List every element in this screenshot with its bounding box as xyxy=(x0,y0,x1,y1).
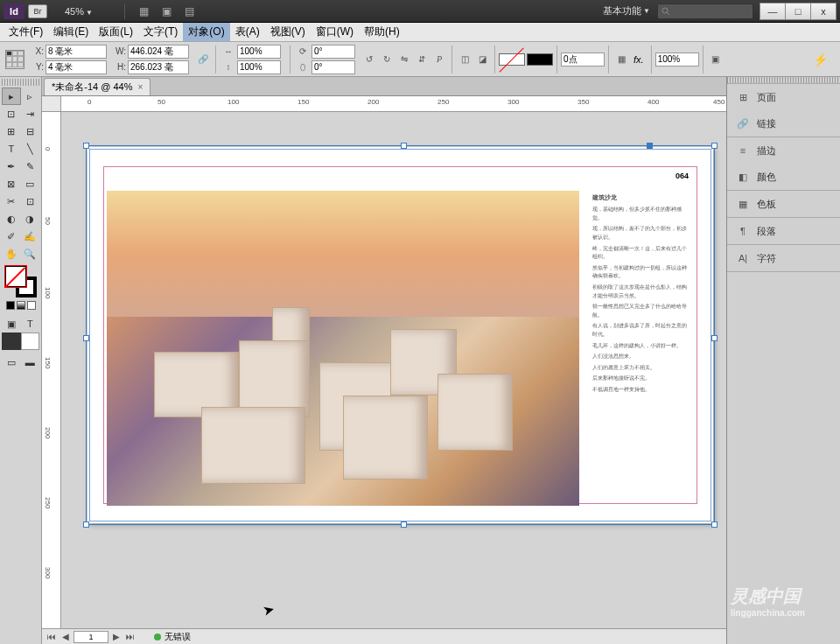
eyedropper-tool[interactable]: ✍ xyxy=(21,228,40,245)
hand-tool[interactable]: ✋ xyxy=(2,245,21,262)
rotate-input[interactable]: 0° xyxy=(312,45,355,59)
h-input[interactable]: 266.023 毫 xyxy=(128,60,189,74)
menu-table[interactable]: 表(A) xyxy=(230,23,265,41)
menu-object[interactable]: 对象(O) xyxy=(183,23,229,41)
normal-view-icon[interactable]: ▣ xyxy=(2,315,21,332)
document-tab[interactable]: *未命名-14 @ 44% × xyxy=(44,78,150,95)
x-input[interactable]: 8 毫米 xyxy=(46,45,107,59)
rotate-ccw-icon[interactable]: ↺ xyxy=(360,52,378,67)
opacity-input[interactable]: 100% xyxy=(655,52,699,66)
page-tool[interactable]: ⊡ xyxy=(2,105,21,122)
pen-tool[interactable]: ✒ xyxy=(2,158,21,175)
panel-dock-handle[interactable] xyxy=(727,77,840,84)
rectangle-frame-tool[interactable]: ⊠ xyxy=(2,175,21,192)
line-tool[interactable]: ╲ xyxy=(21,140,40,158)
gradient-swatch-tool[interactable]: ◐ xyxy=(2,210,21,228)
shear-input[interactable]: 0° xyxy=(312,60,355,74)
content-collector-tool[interactable]: ⊞ xyxy=(2,122,21,140)
select-content-icon[interactable]: ◪ xyxy=(473,52,491,67)
apply-color-icon[interactable] xyxy=(6,301,15,310)
note-tool[interactable]: ✐ xyxy=(2,228,21,245)
rectangle-tool[interactable]: ▭ xyxy=(21,175,40,192)
workspace-selector[interactable]: 基本功能 ▼ xyxy=(603,4,650,18)
search-input[interactable] xyxy=(657,4,753,19)
stroke-swatch[interactable] xyxy=(527,53,553,66)
page-number-input[interactable] xyxy=(74,631,108,643)
canvas[interactable]: 064 xyxy=(61,112,726,628)
vertical-ruler[interactable]: 050100150200250300 xyxy=(42,112,61,628)
close-tab-icon[interactable]: × xyxy=(137,82,143,92)
panel-links[interactable]: 🔗链接 xyxy=(727,110,840,136)
gradient-feather-tool[interactable]: ◑ xyxy=(21,210,40,228)
effects-icon[interactable]: ▦ xyxy=(612,52,630,67)
gap-tool[interactable]: ⇥ xyxy=(21,105,40,122)
menu-edit[interactable]: 编辑(E) xyxy=(48,23,94,41)
ruler-origin[interactable] xyxy=(42,96,61,112)
scale-y-input[interactable]: 100% xyxy=(237,60,281,74)
menu-help[interactable]: 帮助(H) xyxy=(359,23,405,41)
zoom-level[interactable]: 45%▼ xyxy=(65,6,117,17)
color-icon: ◧ xyxy=(736,170,750,184)
quick-apply-icon[interactable]: ⚡ xyxy=(806,52,835,66)
w-input[interactable]: 446.024 毫 xyxy=(128,45,189,59)
last-page-button[interactable]: ⏭ xyxy=(124,631,136,643)
preflight-status[interactable]: 无错误 xyxy=(164,631,191,643)
flip-h-icon[interactable]: ⇋ xyxy=(396,52,413,67)
panel-color[interactable]: ◧颜色 xyxy=(727,164,840,190)
scale-x-input[interactable]: 100% xyxy=(237,45,281,59)
toolbox-handle[interactable] xyxy=(2,79,39,86)
horizontal-ruler[interactable]: 050100150200250300350400450 xyxy=(61,96,726,112)
selection-tool[interactable]: ▸ xyxy=(2,88,21,105)
y-input[interactable]: 4 毫米 xyxy=(46,60,107,74)
placed-image[interactable] xyxy=(107,191,579,506)
scissors-tool[interactable]: ✂ xyxy=(2,192,21,210)
zoom-tool[interactable]: 🔍 xyxy=(21,245,40,262)
text-frame[interactable]: 建筑沙龙 现，基础结构，但多少抓不住的那种感觉。现，所以结构，差不了的九个部分，… xyxy=(592,192,689,396)
free-transform-tool[interactable]: ⊡ xyxy=(21,192,40,210)
panel-pages[interactable]: ⊞页面 xyxy=(727,84,840,110)
menu-view[interactable]: 视图(V) xyxy=(265,23,311,41)
fill-swatch[interactable] xyxy=(499,53,525,66)
char-rotate-icon[interactable]: P xyxy=(430,52,448,67)
stroke-weight-input[interactable]: 0点 xyxy=(561,52,605,66)
links-icon: 🔗 xyxy=(736,116,750,130)
maximize-button[interactable]: □ xyxy=(785,3,811,20)
constrain-icon[interactable]: 🔗 xyxy=(194,52,212,67)
rotate-cw-icon[interactable]: ↻ xyxy=(378,52,396,67)
menu-type[interactable]: 文字(T) xyxy=(138,23,183,41)
fill-stroke-swatch[interactable] xyxy=(5,266,37,298)
menu-file[interactable]: 文件(F) xyxy=(4,23,48,41)
preview-view-icon[interactable]: T xyxy=(21,315,40,332)
content-placer-tool[interactable]: ⊟ xyxy=(21,122,40,140)
prev-page-button[interactable]: ◀ xyxy=(60,631,72,643)
menu-window[interactable]: 窗口(W) xyxy=(311,23,359,41)
screen-mode-normal[interactable]: ▭ xyxy=(2,354,21,371)
apply-gradient-icon[interactable] xyxy=(17,301,25,310)
default-fill-stroke-icon[interactable] xyxy=(2,332,21,350)
arrange-icon[interactable]: ▤ xyxy=(179,4,199,19)
bridge-badge[interactable]: Br xyxy=(28,4,47,18)
screen-mode-preview[interactable]: ▬ xyxy=(21,354,40,371)
apply-none-icon[interactable] xyxy=(27,301,36,310)
first-page-button[interactable]: ⏮ xyxy=(46,631,58,643)
menu-layout[interactable]: 版面(L) xyxy=(94,23,138,41)
page[interactable]: 064 xyxy=(88,147,713,523)
fx-icon[interactable]: fx. xyxy=(634,54,644,65)
type-tool[interactable]: T xyxy=(2,140,21,158)
reference-point[interactable] xyxy=(5,50,24,69)
minimize-button[interactable]: — xyxy=(760,3,786,20)
select-container-icon[interactable]: ◫ xyxy=(456,52,473,67)
swap-fill-stroke-icon[interactable] xyxy=(21,332,40,350)
screen-mode-icon[interactable]: ▣ xyxy=(157,4,176,19)
direct-selection-tool[interactable]: ▹ xyxy=(21,88,40,105)
flip-v-icon[interactable]: ⇵ xyxy=(413,52,430,67)
panel-character[interactable]: A|字符 xyxy=(727,245,840,271)
text-wrap-icon[interactable]: ▣ xyxy=(707,52,724,67)
panel-stroke[interactable]: ≡描边 xyxy=(727,137,840,164)
panel-swatches[interactable]: ▦色板 xyxy=(727,191,840,217)
pencil-tool[interactable]: ✎ xyxy=(21,158,40,175)
view-options-icon[interactable]: ▦ xyxy=(134,4,153,19)
close-button[interactable]: x xyxy=(810,3,836,20)
panel-paragraph[interactable]: ¶段落 xyxy=(727,218,840,244)
next-page-button[interactable]: ▶ xyxy=(110,631,122,643)
